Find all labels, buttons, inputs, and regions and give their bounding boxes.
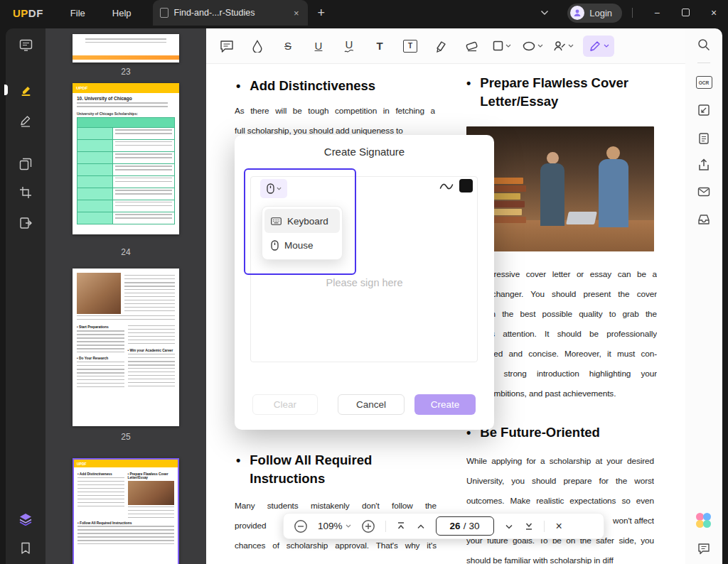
annotation-toolbar: S U U T T [206,28,685,64]
extract-pages-button[interactable] [14,211,38,235]
shapes-tool[interactable] [491,36,513,57]
page-number-label: 24 [46,247,206,257]
doc-heading-right-1: • Prepare Flawless Cover Letter/Essay [466,74,628,111]
comment-tool[interactable] [216,36,237,57]
zoom-in-button[interactable] [361,519,375,533]
bookmark-panel-button[interactable] [14,536,38,560]
highlight-tool[interactable] [247,36,268,57]
bookmark-icon [20,542,31,555]
zoom-level-dropdown[interactable]: 109% [318,521,351,531]
person-sign-icon [553,40,566,52]
page-thumbnail-26-selected[interactable]: UPDF • Add Distinctiveness • Prepare Fla… [73,458,179,564]
logo-part-1: UP [13,7,28,19]
underline-tool[interactable]: U [308,36,329,57]
mail-button[interactable] [693,181,714,202]
create-button[interactable]: Create [414,394,476,415]
page-number-input[interactable]: 26 / 30 [436,516,494,536]
heading-text: Add Distinctiveness [250,77,375,95]
total-pages: 30 [469,521,479,531]
cancel-button[interactable]: Cancel [338,394,405,415]
menu-file[interactable]: File [70,8,85,18]
signature-pen-tool-active[interactable] [583,36,614,57]
save-box-button[interactable] [693,208,714,229]
last-page-button[interactable] [524,521,534,531]
menu-item-keyboard[interactable]: Keyboard [264,209,340,233]
organize-pages-button[interactable] [14,152,38,176]
strikethrough-icon: S [284,40,291,52]
close-button[interactable]: × [700,7,728,18]
zoom-pagination-bar: 109% 26 / 30 × [283,513,604,539]
search-button[interactable] [693,34,714,55]
chat-bubble-icon [697,543,710,555]
reader-panel-button[interactable] [14,33,38,57]
menu-item-mouse[interactable]: Mouse [264,233,340,257]
skip-to-bottom-icon [524,521,534,531]
chevron-down-icon [504,523,514,530]
comment-icon [220,40,234,53]
envelope-icon [697,187,710,197]
divider [697,63,710,63]
document-tab[interactable]: Find-and-...r-Studies × [153,0,308,26]
pencil-tool[interactable] [430,36,451,57]
crop-tool-button[interactable] [14,180,38,205]
thumb-text-lines [77,526,174,547]
tabs-dropdown-chevron[interactable] [540,10,549,16]
text-line: should be familiar with scholarship in d… [466,551,654,564]
ellipse-tool[interactable] [522,36,543,57]
signature-canvas[interactable] [250,176,478,362]
previous-page-button[interactable] [416,523,426,530]
minimize-button[interactable]: − [643,7,671,18]
layers-icon [18,513,33,526]
stroke-style-button[interactable] [439,182,454,191]
input-mode-dropdown[interactable] [260,179,287,198]
layers-panel-button[interactable] [14,507,38,531]
text-box-tool[interactable]: T [400,36,421,57]
feedback-button[interactable] [693,538,714,559]
close-bar-button[interactable]: × [556,520,562,533]
text-tool[interactable]: T [369,36,390,57]
tab-close-icon[interactable]: × [292,8,301,18]
thumb-text-lines [128,325,176,347]
new-tab-button[interactable]: + [318,6,326,19]
photo-laptop [566,212,597,224]
maximize-button[interactable] [671,7,700,18]
login-button[interactable]: Login [567,4,622,23]
color-swatch-black[interactable] [459,179,473,192]
search-icon [697,38,710,51]
comment-tool-button[interactable] [14,77,38,102]
stamp-signature-tool[interactable] [552,36,574,57]
caret-down-icon [277,187,282,190]
next-page-button[interactable] [504,523,514,530]
menu-help[interactable]: Help [112,8,132,18]
ai-assistant-button[interactable] [693,510,714,531]
edit-tool-button[interactable] [14,109,38,133]
page-separator: / [464,521,466,531]
zoom-out-button[interactable] [294,519,308,533]
photo-person-2-body [599,159,628,227]
thumb-columns: • Add Distinctiveness • Prepare Flawless… [77,470,174,519]
thumb-brand: UPDF [76,86,87,90]
clear-button[interactable]: Clear [252,394,318,415]
ocr-button[interactable]: OCR [693,72,714,93]
doc-paragraph-right-1: pressive cover letter or essay can be a … [486,264,657,403]
doc-convert-icon [698,132,710,145]
page-thumbnail-25[interactable]: • Start Preparations • Do Your Research … [73,269,179,426]
squiggle-icon [439,182,454,191]
keyboard-icon [271,217,282,225]
convert-button[interactable] [693,128,714,149]
bullet: • [466,74,471,111]
strikethrough-tool[interactable]: S [277,36,299,57]
photo-person-1-body [540,163,564,226]
page-thumbnail-24[interactable]: UPDF 10. University of Chicago Universit… [73,83,179,234]
eraser-tool[interactable] [461,36,482,57]
share-button[interactable] [693,154,714,175]
minus-circle-icon [294,519,308,533]
ocr-icon: OCR [696,76,712,89]
first-page-button[interactable] [396,521,406,531]
page-thumbnail-23[interactable] [73,34,179,63]
compress-button[interactable] [693,99,714,121]
thumbnail-panel: 23 UPDF 10. University of Chicago Univer… [46,28,206,564]
heading-text: Prepare Flawless Cover [480,74,628,92]
thumb-text-lines [128,354,176,388]
squiggly-underline-tool[interactable]: U [338,36,360,57]
